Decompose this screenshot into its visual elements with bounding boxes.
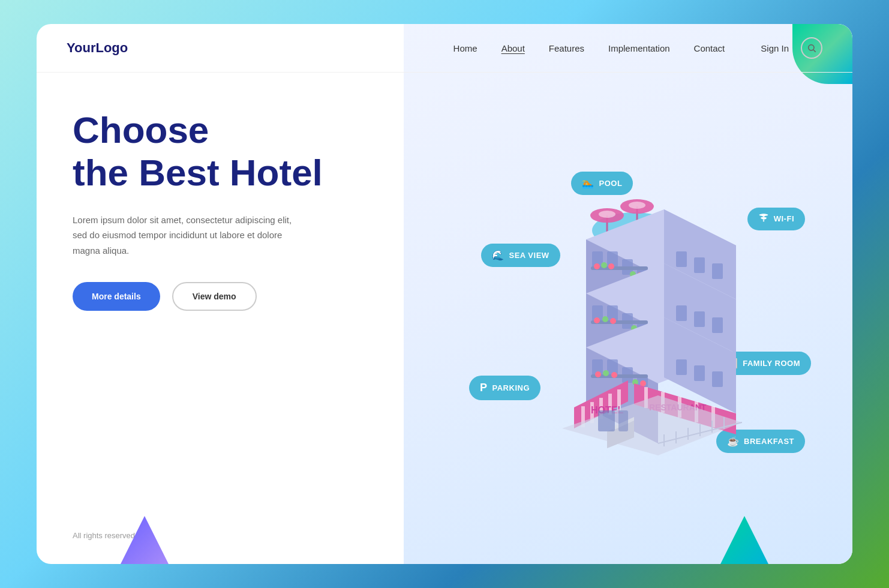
svg-point-53 xyxy=(603,370,609,376)
nav-links: Home About Features Implementation Conta… xyxy=(453,43,725,53)
svg-point-37 xyxy=(602,316,608,322)
svg-point-20 xyxy=(594,263,600,269)
nav-contact[interactable]: Contact xyxy=(694,43,725,53)
nav-features[interactable]: Features xyxy=(549,43,584,53)
svg-rect-50 xyxy=(712,371,723,387)
hotel-scene: 🏊 POOL 🌊 SEA VIEW WI-FI xyxy=(433,124,823,514)
view-demo-button[interactable]: View demo xyxy=(172,282,257,311)
hero-description: Lorem ipsum dolor sit amet, consectetur … xyxy=(73,212,301,259)
nav-right: Sign In xyxy=(761,37,822,59)
svg-point-52 xyxy=(595,371,601,377)
seaview-icon: 🌊 xyxy=(492,250,504,261)
svg-rect-33 xyxy=(694,311,705,327)
badge-family-label: FAMILY ROOM xyxy=(743,359,800,368)
sign-in-link[interactable]: Sign In xyxy=(761,43,789,53)
svg-rect-75 xyxy=(618,410,628,431)
search-icon xyxy=(807,43,816,53)
navbar: YourLogo Home About Features Implementat… xyxy=(37,24,852,73)
svg-rect-74 xyxy=(598,410,615,431)
search-button[interactable] xyxy=(801,37,822,59)
svg-point-8 xyxy=(629,202,645,209)
nav-about[interactable]: About xyxy=(501,43,525,53)
hotel-illustration: HOTEL RESTAURANT xyxy=(514,173,742,476)
nav-implementation[interactable]: Implementation xyxy=(608,43,670,53)
footer-copyright: All rights reserved xyxy=(73,531,374,540)
right-section: 🏊 POOL 🌊 SEA VIEW WI-FI xyxy=(404,73,852,564)
hero-title: Choosethe Best Hotel xyxy=(73,109,374,194)
left-section: Choosethe Best Hotel Lorem ipsum dolor s… xyxy=(37,73,404,564)
svg-rect-18 xyxy=(712,263,723,279)
svg-rect-16 xyxy=(676,251,687,267)
svg-line-1 xyxy=(813,50,816,52)
badge-breakfast-label: BREAKFAST xyxy=(744,437,794,446)
svg-rect-48 xyxy=(676,359,687,375)
badge-wifi-label: WI-FI xyxy=(774,214,794,223)
nav-home[interactable]: Home xyxy=(453,43,477,53)
svg-point-22 xyxy=(608,263,614,269)
wifi-icon xyxy=(758,214,769,224)
logo: YourLogo xyxy=(67,40,128,56)
main-content: Choosethe Best Hotel Lorem ipsum dolor s… xyxy=(37,73,852,564)
badge-wifi: WI-FI xyxy=(747,208,805,230)
svg-point-5 xyxy=(599,211,615,218)
parking-icon: P xyxy=(480,382,488,394)
more-details-button[interactable]: More details xyxy=(73,282,160,311)
svg-point-21 xyxy=(601,262,607,268)
main-card: YourLogo Home About Features Implementat… xyxy=(37,24,852,564)
svg-rect-49 xyxy=(694,365,705,381)
svg-point-38 xyxy=(610,318,616,324)
svg-rect-34 xyxy=(712,317,723,333)
svg-point-36 xyxy=(594,317,600,323)
svg-point-0 xyxy=(809,45,814,50)
svg-rect-17 xyxy=(694,257,705,273)
button-group: More details View demo xyxy=(73,282,374,311)
svg-point-54 xyxy=(611,372,617,378)
svg-rect-32 xyxy=(676,305,687,321)
